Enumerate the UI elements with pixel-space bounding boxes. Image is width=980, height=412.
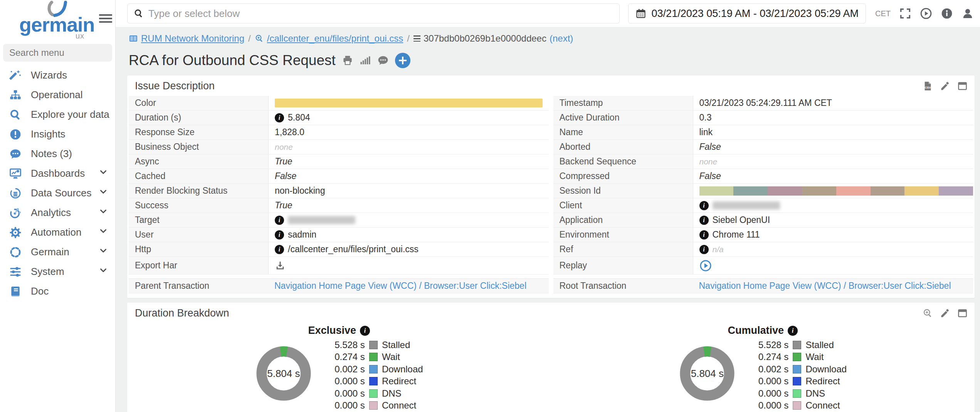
book-icon [8,285,22,298]
list-icon [414,35,420,42]
row-label: Client [553,198,693,213]
info-icon[interactable] [699,230,709,239]
breadcrumb-separator: / [407,33,410,44]
fullscreen-icon[interactable] [899,7,911,20]
sidebar-item-data-sources[interactable]: Data Sources [0,183,115,203]
window-icon[interactable] [957,308,968,318]
issue-description-panel: Issue Description CSV Color Duration (s) [127,75,975,298]
legend-swatch [793,365,801,373]
breadcrumb-link[interactable]: /callcenter_enu/files/print_oui.css [267,33,403,44]
row-value: Siebel OpenUI [713,215,770,225]
title-row: RCA for Outbound CSS Request [129,52,975,69]
panel-title: Issue Description [135,80,215,92]
info-icon[interactable] [275,245,284,254]
print-icon[interactable] [342,55,353,66]
info-icon[interactable] [699,216,709,225]
zoom-icon[interactable] [923,308,933,318]
next-link[interactable]: (next) [550,33,573,44]
info-icon[interactable] [275,216,284,225]
row-label: Business Object [129,140,268,154]
sidebar-item-label: Operational [31,89,82,101]
row-label: Application [553,213,693,227]
download-icon[interactable] [275,260,286,271]
window-icon[interactable] [957,81,968,91]
play-icon[interactable] [920,7,932,20]
sidebar-item-wizards[interactable]: Wizards [0,65,115,85]
legend-swatch [793,401,801,410]
signal-bars-icon[interactable] [360,55,371,66]
alert-circle-icon [8,127,22,141]
table-row-async: Async True [129,154,549,169]
comment-icon [8,147,22,161]
edit-icon[interactable] [940,81,950,91]
date-range-picker[interactable]: 03/21/2023 05:19 AM - 03/21/2023 05:29 A… [628,3,866,23]
sidebar-item-dashboards[interactable]: Dashboards [0,164,115,183]
edit-icon[interactable] [940,308,950,318]
table-row-response-size: Response Size 1,828.0 [129,125,549,140]
parent-transaction-link[interactable]: Navigation Home Page View (WCC) / Browse… [274,281,526,291]
legend-swatch [369,353,378,361]
table-row-compressed: Compressed False [553,169,973,184]
sidebar-item-notes[interactable]: Notes (3) [0,144,115,164]
table-row-business-object: Business Object none [129,140,549,154]
breadcrumb-item-transaction: 307bdb0b0269b1e0000ddeec (next) [414,33,573,44]
table-row-target: Target [129,213,549,228]
sidebar-item-operational[interactable]: Operational [0,85,115,105]
info-icon[interactable] [941,7,953,20]
root-transaction-link[interactable]: Navigation Home Page View (WCC) / Browse… [699,281,951,291]
chevron-down-icon [98,226,108,239]
global-search-input[interactable] [148,8,613,20]
user-icon[interactable] [962,7,974,20]
row-label: Success [129,198,268,213]
legend-item: 0.000 sRedirect [325,375,423,388]
breadcrumb-item-dashboard: RUM Network Monitoring [129,33,244,44]
sidebar-search-input[interactable] [3,44,112,62]
sidebar-item-insights[interactable]: Insights [0,124,115,144]
row-label: Backend Sequence [553,154,693,169]
info-icon[interactable] [699,201,709,210]
sidebar-item-label: Explore your data [31,109,109,121]
comment-icon[interactable] [377,55,389,66]
cumulative-chart: Cumulative 5.804 s 5.528 sStalled 0.274 … [551,325,975,412]
exclusive-chart: Exclusive 5.804 s 5.528 sStalled 0.274 s… [127,325,551,412]
breadcrumb-item-css: /callcenter_enu/files/print_oui.css [255,33,403,44]
sidebar-item-explore[interactable]: Explore your data [0,105,115,124]
table-row-session-id: Session Id [553,184,973,198]
row-label: User [129,228,268,242]
issue-table: Color Duration (s) 5.804 Response Size 1… [127,96,975,298]
legend-item: 0.000 sRedirect [749,375,847,388]
legend-item: 0.002 sDownload [749,363,847,375]
panel-title: Duration Breakdown [135,307,229,319]
table-row-http: Http /callcenter_enu/files/print_oui.css [129,242,549,257]
sidebar-item-system[interactable]: System [0,262,115,281]
sidebar-item-label: Germain [31,246,69,258]
sidebar-item-label: Automation [31,226,82,238]
sidebar-item-doc[interactable]: Doc [0,281,115,301]
sidebar-item-germain[interactable]: Germain [0,242,115,262]
breadcrumb-link[interactable]: RUM Network Monitoring [141,33,244,44]
table-row-export-har: Export Har [129,257,549,275]
row-label: Duration (s) [129,111,268,125]
info-icon[interactable] [699,245,709,254]
add-button[interactable] [395,53,410,68]
row-label: Name [553,125,693,139]
info-icon[interactable] [275,230,284,239]
calendar-icon [635,8,646,19]
sidebar-item-automation[interactable]: Automation [0,223,115,242]
sidebar: germain ux Wizards Operational Explore y… [0,0,116,412]
export-csv-icon[interactable]: CSV [923,81,933,91]
replay-play-icon[interactable] [699,260,712,272]
table-row-aborted: Aborted False [553,140,973,154]
info-icon[interactable] [275,113,284,122]
donut-total-label: 5.804 s [255,345,312,402]
row-value: True [275,200,292,211]
legend-item: 0.274 sWait [325,351,423,363]
info-icon[interactable] [360,326,370,336]
legend-item: 0.000 sDNS [325,387,423,400]
breadcrumb: RUM Network Monitoring / /callcenter_enu… [129,33,975,44]
table-row-replay: Replay [553,257,973,275]
sidebar-item-analytics[interactable]: Analytics [0,203,115,223]
info-icon[interactable] [788,326,798,336]
hamburger-menu-icon[interactable] [99,12,112,25]
row-value: none [275,142,293,152]
